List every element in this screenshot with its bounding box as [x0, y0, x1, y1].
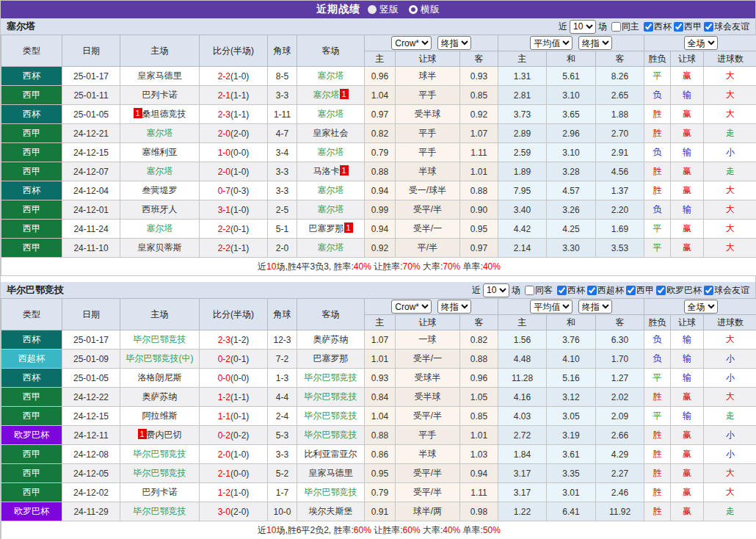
avg-odds-cell: 1.88	[596, 105, 644, 124]
goals-result: 走	[704, 407, 756, 426]
league-filter[interactable]: 西超杯	[585, 284, 624, 297]
team-label: 皇家贝蒂斯	[138, 242, 182, 253]
radio-vertical-layout[interactable]: 竖版	[368, 3, 399, 16]
final-odds-select[interactable]: 终指	[437, 300, 471, 314]
away-team-cell: 马洛卡1	[297, 162, 365, 181]
result-header: 全场	[644, 299, 756, 315]
avg-odds-cell: 3.10	[547, 86, 596, 105]
odds-source-select[interactable]: Crow*	[391, 36, 432, 50]
halftime-score: (1-1)	[230, 243, 249, 253]
same-side-filter[interactable]: 同主	[609, 21, 639, 33]
crow-odds-cell: 0.94	[460, 464, 498, 483]
col-handicap: 让球	[396, 51, 460, 67]
col-goals: 进球数	[704, 51, 756, 67]
league-filter[interactable]: 球会友谊	[702, 284, 749, 297]
league-checkbox[interactable]	[704, 286, 713, 295]
league-checkbox[interactable]	[587, 286, 597, 295]
column-header-corner: 角球	[268, 35, 297, 67]
league-filter[interactable]: 欧罗巴杯	[654, 284, 702, 297]
avg-odds-cell: 11.28	[498, 369, 547, 388]
average-select[interactable]: 平均值	[530, 36, 573, 50]
competition-type-badge: 西杯	[1, 330, 62, 350]
league-checkbox[interactable]	[644, 22, 653, 32]
final-odds-select[interactable]: 终指	[437, 36, 471, 50]
radio-selected-icon[interactable]	[368, 5, 377, 14]
goals-result: 大	[704, 330, 756, 350]
fulltime-select[interactable]: 全场	[684, 300, 718, 314]
avg-odds-cell: 3.28	[547, 162, 596, 181]
home-team-cell: 塞维利亚	[120, 143, 200, 162]
summary-row: 近10场,胜4平3负3, 胜率:40% 让胜率:70% 大率:70% 单率:40…	[1, 258, 756, 276]
match-row: 西杯25-01-17毕尔巴鄂竞技2-3(1-2)12-3奥萨苏纳1.07一球0.…	[1, 330, 756, 350]
halftime-score: (1-0)	[230, 205, 249, 215]
competition-type-badge: 欧罗巴杯	[1, 502, 62, 521]
home-team-cell: 塞尔塔	[120, 124, 200, 143]
near-label: 近	[472, 284, 481, 297]
avg-odds-cell: 4.25	[547, 220, 596, 239]
avg-odds-cell: 1.69	[596, 220, 644, 239]
score-cell: 2-1(0-0)	[200, 464, 268, 483]
games-count-select[interactable]: 10	[570, 20, 596, 34]
summary-text: 单率:	[460, 261, 483, 272]
crow-odds-cell: 一球	[396, 330, 460, 350]
crow-odds-cell: 半球	[396, 445, 460, 464]
league-filter[interactable]: 西甲	[624, 284, 654, 297]
league-checkbox[interactable]	[626, 286, 636, 295]
crow-odds-cell: 平手	[396, 86, 460, 105]
league-filters: 西杯西超杯西甲欧罗巴杯球会友谊	[555, 284, 749, 297]
halftime-score: (0-1)	[230, 411, 249, 422]
goals-result: 大	[704, 86, 756, 105]
away-team-cell: 巴塞罗那1	[297, 220, 365, 239]
avg-odds-cell: 6.41	[547, 502, 596, 521]
crow-odds-cell: 受平/半	[396, 483, 460, 502]
odds-source-select[interactable]: Crow*	[391, 300, 432, 314]
date-cell: 24-12-05	[62, 464, 120, 483]
league-checkbox[interactable]	[557, 286, 567, 295]
competition-type-badge: 西杯	[1, 369, 62, 388]
goals-result: 走	[704, 124, 756, 143]
radio-unselected-icon[interactable]	[409, 5, 418, 14]
crow-odds-cell: 平手	[396, 124, 460, 143]
team-label: 巴塞罗那	[309, 223, 344, 234]
date-cell: 24-11-24	[62, 220, 120, 239]
league-checkbox[interactable]	[704, 22, 713, 32]
score-cell: 2-3(1-2)	[200, 330, 268, 350]
column-header-home: 主场	[120, 299, 200, 330]
fulltime-select[interactable]: 全场	[684, 36, 718, 50]
summary-text: 单率:	[460, 525, 483, 535]
home-team-cell: 毕尔巴鄂竞技	[120, 464, 200, 483]
average-final-select[interactable]: 终指	[578, 300, 612, 314]
same-side-checkbox[interactable]	[525, 286, 534, 295]
same-side-checkbox[interactable]	[611, 22, 621, 32]
avg-odds-cell: 3.73	[498, 105, 547, 124]
page: 近期战绩 竖版 横版 塞尔塔 近 10 场 同主 西杯西甲	[0, 0, 756, 539]
league-filter[interactable]: 西杯	[641, 21, 672, 33]
page-title: 近期战绩	[316, 3, 360, 16]
crow-odds-cell: 1.11	[460, 483, 498, 502]
goals-result: 小	[704, 369, 756, 388]
average-final-select[interactable]: 终指	[578, 36, 612, 50]
away-team-cell: 塞尔塔	[297, 239, 365, 258]
column-header-date: 日期	[62, 35, 120, 67]
same-side-filter[interactable]: 同客	[523, 284, 553, 297]
average-select[interactable]: 平均值	[530, 300, 573, 314]
away-team-cell: 塞尔塔1	[297, 86, 365, 105]
match-row: 西甲24-12-21塞尔塔2-0(2-0)4-7皇家社会0.82平手1.072.…	[1, 124, 756, 143]
league-checkbox[interactable]	[656, 286, 666, 295]
league-filter-label: 西杯	[654, 21, 672, 33]
avg-odds-cell: 2.02	[596, 388, 644, 407]
radio-horizontal-layout[interactable]: 横版	[409, 3, 440, 16]
games-count-select[interactable]: 10	[483, 283, 509, 297]
team-label: 桑坦德竞技	[142, 109, 186, 119]
league-filter[interactable]: 球会友谊	[702, 21, 749, 33]
league-checkbox[interactable]	[674, 22, 683, 32]
team-label: 毕尔巴鄂竞技	[305, 487, 357, 497]
avg-odds-cell: 2.09	[596, 407, 644, 426]
win-lose-result: 负	[644, 350, 671, 369]
league-filter[interactable]: 西杯	[555, 284, 585, 297]
avg-odds-cell: 3.05	[547, 407, 596, 426]
match-row: 西甲24-12-01西班牙人3-1(1-0)2-5塞尔塔0.99受平/半0.90…	[1, 200, 756, 220]
halftime-score: (1-1)	[230, 90, 249, 101]
match-row: 西甲24-12-05毕尔巴鄂竞技2-1(0-0)5-2皇家马德里0.95受平/半…	[1, 464, 756, 483]
league-filter[interactable]: 西甲	[672, 21, 702, 33]
